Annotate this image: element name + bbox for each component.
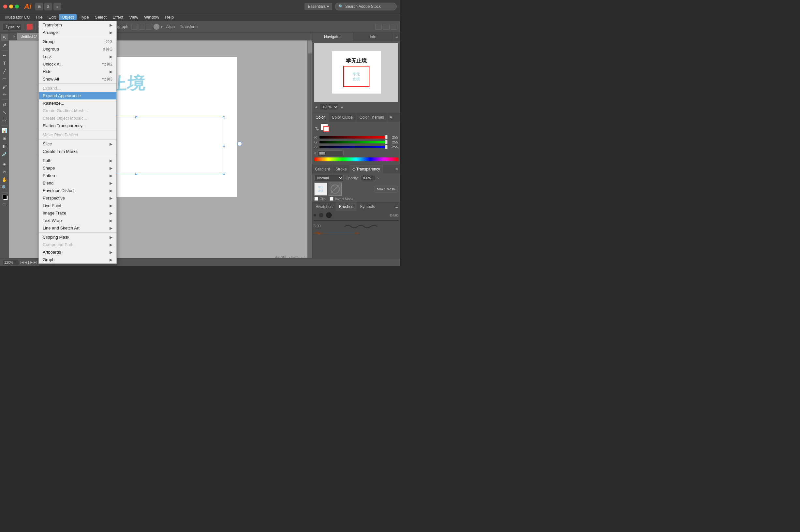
warp-tool[interactable]: 〰 [1, 117, 8, 124]
g-thumb[interactable] [385, 140, 387, 145]
title-icon-1[interactable]: ⊞ [35, 3, 43, 11]
menu-live-paint[interactable]: Live Paint ▶ [39, 202, 116, 209]
pen-tool[interactable]: ✒ [1, 52, 8, 59]
fill-stroke-indicator[interactable] [321, 124, 331, 134]
minimize-button[interactable] [9, 4, 13, 8]
brush-dot-sm[interactable] [313, 214, 316, 216]
menu-line-sketch-art[interactable]: Line and Sketch Art ▶ [39, 224, 116, 232]
grid-view-btn[interactable] [375, 24, 382, 30]
world-icon[interactable] [154, 24, 159, 30]
scissors-tool[interactable]: ✂ [1, 168, 8, 175]
nav-prev-icon[interactable]: ◀ [24, 261, 27, 264]
tab-transparency[interactable]: ◇ Transparency [350, 165, 383, 173]
selection-tool[interactable]: ↖ [1, 34, 8, 41]
blend-tool[interactable]: ◈ [1, 160, 8, 168]
menu-file[interactable]: File [33, 14, 45, 20]
swatch-menu-icon[interactable]: ≡ [394, 204, 400, 209]
menu-trim-marks[interactable]: Create Trim Marks [39, 148, 116, 155]
align-center-btn[interactable] [138, 24, 145, 30]
color-indicator[interactable] [27, 24, 33, 30]
menu-view[interactable]: View [127, 14, 141, 20]
menu-arrange[interactable]: Arrange ▶ [39, 29, 116, 36]
blend-mode-select[interactable]: Normal [314, 175, 344, 181]
transform-btn[interactable]: Transform [178, 24, 199, 30]
opacity-expand-trans[interactable]: › [377, 175, 379, 180]
brush-dot-md[interactable] [319, 213, 323, 217]
tab-info[interactable]: Info [353, 33, 393, 41]
menu-image-trace[interactable]: Image Trace ▶ [39, 209, 116, 217]
g-slider[interactable] [320, 141, 387, 144]
align-left-btn[interactable] [131, 24, 138, 30]
menu-shape[interactable]: Shape ▶ [39, 164, 116, 172]
close-button[interactable] [3, 4, 7, 8]
r-slider[interactable] [320, 136, 387, 138]
menu-transform[interactable]: Transform ▶ [39, 21, 116, 29]
menu-ungroup[interactable]: Ungroup ⇧⌘G [39, 45, 116, 53]
menu-object[interactable]: Object [59, 14, 77, 20]
gradient-tool[interactable]: ◧ [1, 142, 8, 150]
nav-next-icon[interactable]: ▶ [30, 261, 33, 264]
list-view-btn[interactable] [383, 24, 389, 30]
tab-color[interactable]: Color [312, 113, 329, 121]
navigator-menu-icon[interactable]: ≡ [394, 34, 400, 39]
scrollbar-v[interactable] [307, 40, 312, 258]
eyedropper-tool[interactable]: 💉 [1, 150, 8, 157]
handle-bm[interactable] [135, 173, 137, 175]
search-stock-input[interactable]: 🔍 Search Adobe Stock [335, 3, 397, 11]
status-zoom-input[interactable] [3, 260, 19, 265]
invert-mask-checkbox[interactable] [329, 197, 334, 201]
right-handle[interactable] [237, 141, 242, 146]
mesh-tool[interactable]: ⊞ [1, 135, 8, 142]
make-mask-button[interactable]: Make Mask [374, 186, 398, 192]
menu-path[interactable]: Path ▶ [39, 157, 116, 164]
scrollbar-thumb-v[interactable] [308, 40, 312, 54]
menu-clipping-mask[interactable]: Clipping Mask ▶ [39, 233, 116, 241]
tab-color-themes[interactable]: Color Themes [356, 113, 387, 121]
zoom-select[interactable]: 120% [320, 104, 339, 110]
menu-text-wrap[interactable]: Text Wrap ▶ [39, 217, 116, 224]
nav-last-icon[interactable]: ▶| [34, 261, 37, 264]
swap-icon[interactable] [314, 126, 320, 131]
scale-tool[interactable]: ⤡ [1, 109, 8, 116]
b-thumb[interactable] [385, 145, 387, 149]
menu-graph[interactable]: Graph ▶ [39, 256, 116, 263]
brush-dot-lg[interactable] [326, 212, 332, 218]
menu-window[interactable]: Window [141, 14, 162, 20]
menu-artboards[interactable]: Artboards ▶ [39, 248, 116, 256]
menu-group[interactable]: Group ⌘G [39, 38, 116, 45]
menu-select[interactable]: Select [92, 14, 109, 20]
menu-hide[interactable]: Hide ▶ [39, 68, 116, 75]
hex-input[interactable] [318, 150, 344, 156]
clip-checkbox[interactable] [314, 197, 318, 201]
menu-lock[interactable]: Lock ▶ [39, 53, 116, 60]
zoom-tool[interactable]: 🔍 [1, 184, 8, 191]
line-tool[interactable]: ╱ [1, 68, 8, 75]
align-btn[interactable]: Align [164, 24, 177, 30]
globe-expand[interactable]: ▾ [161, 25, 163, 29]
zoom-in-btn[interactable]: ▲ [340, 104, 344, 109]
menu-edit[interactable]: Edit [46, 14, 58, 20]
tab-gradient[interactable]: Gradient [312, 165, 333, 173]
fullscreen-button[interactable] [15, 4, 19, 8]
menu-envelope-distort[interactable]: Envelope Distort ▶ [39, 187, 116, 194]
title-icon-3[interactable]: ≡ [54, 3, 61, 11]
tab-brushes[interactable]: Brushes [336, 203, 357, 211]
r-thumb[interactable] [385, 135, 387, 139]
align-right-btn[interactable] [146, 24, 152, 30]
opacity-input-trans[interactable] [361, 175, 375, 181]
gradient-menu-icon[interactable]: ≡ [394, 167, 400, 172]
tab-stroke[interactable]: Stroke [333, 165, 350, 173]
menu-pattern[interactable]: Pattern ▶ [39, 172, 116, 179]
zoom-out-btn[interactable]: ▲ [314, 104, 318, 109]
menu-type[interactable]: Type [77, 14, 92, 20]
menu-rasterize[interactable]: Rasterize... [39, 99, 116, 107]
menu-unlock-all[interactable]: Unlock All ⌥⌘2 [39, 60, 116, 68]
menu-show-all[interactable]: Show All ⌥⌘3 [39, 75, 116, 83]
tab-symbols[interactable]: Symbols [357, 203, 378, 211]
b-slider[interactable] [320, 146, 387, 148]
menu-illustrator[interactable]: Illustrator CC [3, 14, 33, 20]
color-menu-icon[interactable]: ≡ [387, 115, 394, 120]
tab-close-icon[interactable]: × [11, 33, 17, 40]
paintbrush-tool[interactable]: 🖌 [1, 83, 8, 90]
menu-effect[interactable]: Effect [110, 14, 126, 20]
